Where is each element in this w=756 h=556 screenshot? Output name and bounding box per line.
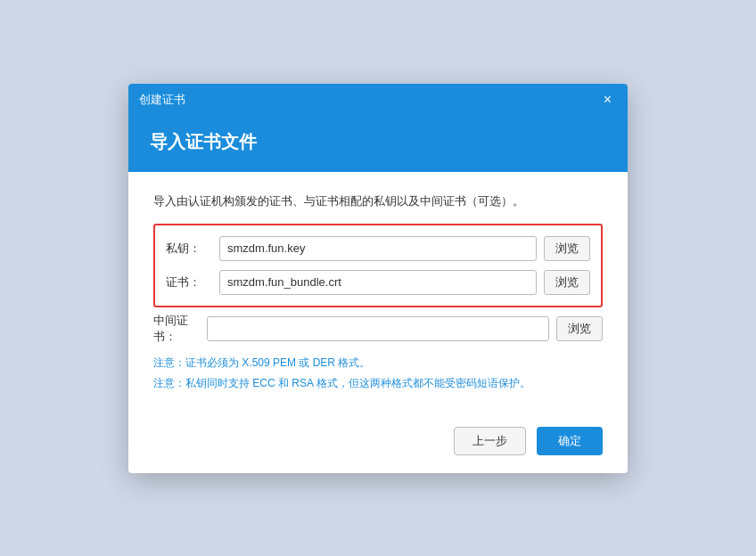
highlight-box: 私钥： 浏览 证书： 浏览 <box>153 224 603 307</box>
intermediate-browse-button[interactable]: 浏览 <box>556 316 603 341</box>
certificate-label: 证书： <box>166 274 219 290</box>
dialog-header-title: 导入证书文件 <box>150 130 606 154</box>
note1: 注意：证书必须为 X.509 PEM 或 DER 格式。 <box>153 356 603 371</box>
dialog-footer: 上一步 确定 <box>128 414 628 473</box>
titlebar: 创建证书 × <box>128 84 628 116</box>
titlebar-title: 创建证书 <box>139 92 185 108</box>
certificate-input[interactable] <box>219 270 537 295</box>
confirm-button[interactable]: 确定 <box>537 427 603 455</box>
private-key-input[interactable] <box>219 236 537 261</box>
intermediate-label: 中间证书： <box>153 313 207 345</box>
note2: 注意：私钥同时支持 ECC 和 RSA 格式，但这两种格式都不能受密码短语保护。 <box>153 376 603 391</box>
dialog: 创建证书 × 导入证书文件 导入由认证机构颁发的证书、与证书相配的私钥以及中间证… <box>128 84 628 473</box>
prev-button[interactable]: 上一步 <box>454 427 526 455</box>
description-text: 导入由认证机构颁发的证书、与证书相配的私钥以及中间证书（可选）。 <box>153 193 603 209</box>
private-key-row: 私钥： 浏览 <box>166 236 590 261</box>
private-key-browse-button[interactable]: 浏览 <box>544 236 590 261</box>
close-button[interactable]: × <box>598 91 617 109</box>
certificate-row: 证书： 浏览 <box>166 270 590 295</box>
dialog-body: 导入由认证机构颁发的证书、与证书相配的私钥以及中间证书（可选）。 私钥： 浏览 … <box>128 172 628 414</box>
dialog-header: 导入证书文件 <box>128 116 628 172</box>
intermediate-cert-input[interactable] <box>207 316 549 341</box>
intermediate-cert-row: 中间证书： 浏览 <box>153 313 603 345</box>
private-key-label: 私钥： <box>166 241 219 257</box>
certificate-browse-button[interactable]: 浏览 <box>544 270 590 295</box>
